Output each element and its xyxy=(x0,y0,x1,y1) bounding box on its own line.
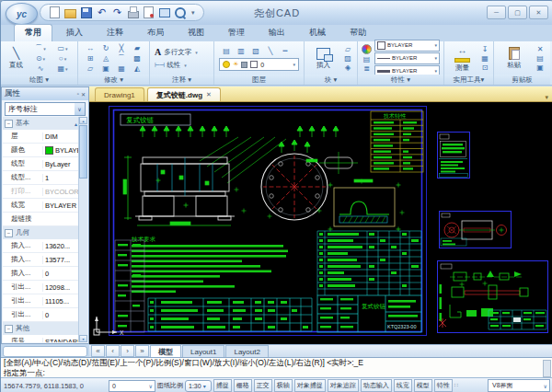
explode-tool-icon[interactable]: ◭ xyxy=(134,63,140,74)
document-tab-active[interactable]: 复式铰链.dwg ✕ xyxy=(147,87,221,101)
array-tool-icon[interactable]: ▦ xyxy=(118,63,125,74)
section-general[interactable]: − 基本 ▴ xyxy=(3,117,79,130)
toggle-properties[interactable]: 特性 xyxy=(434,379,453,392)
document-tab-drawing1[interactable]: Drawing1 xyxy=(95,87,144,101)
point-tool-icon[interactable]: ↧ xyxy=(482,45,489,53)
drawing-canvas[interactable]: 复式铰链 xyxy=(89,102,552,344)
command-resize-grip[interactable] xyxy=(543,360,551,377)
linetype-list-icon[interactable]: ▤ xyxy=(363,55,371,63)
copy-tool-icon[interactable]: ⊞ xyxy=(87,53,94,63)
prop-row-leader-x[interactable]: 引出...12098... xyxy=(3,281,79,294)
layer-linetype-icon[interactable]: ┅ xyxy=(283,46,288,56)
scroll-up-icon[interactable]: ▴ xyxy=(79,117,87,124)
rectangle-tool-icon[interactable]: ▭▾ xyxy=(57,43,67,53)
section-geometry[interactable]: − 几何 xyxy=(3,226,79,239)
group-label-clipboard[interactable]: 剪贴板 xyxy=(494,75,550,85)
ui-mode-combo[interactable]: V8界面 ∨ xyxy=(488,379,550,392)
hatch-tool-icon[interactable]: ▦▾ xyxy=(57,63,67,74)
fillet-tool-icon[interactable]: ⌒ xyxy=(118,53,125,63)
group-label-block[interactable]: 块 ▾ xyxy=(305,75,357,85)
palette-close-icon[interactable]: ✕ xyxy=(81,91,86,98)
toggle-polar[interactable]: 极轴 xyxy=(274,379,293,392)
first-layout-icon[interactable]: « xyxy=(91,345,105,357)
stretch-tool-icon[interactable]: ▱ xyxy=(87,63,93,74)
properties-palette-header[interactable]: 属性 ▫ ✕ xyxy=(2,87,88,100)
prop-row-insert-z[interactable]: 插入...0 xyxy=(3,267,79,281)
palette-footer-field[interactable] xyxy=(3,346,87,357)
prop-row-color[interactable]: 颜色BYLAYER xyxy=(3,144,79,157)
last-layout-icon[interactable]: » xyxy=(135,345,149,357)
linear-dim-button[interactable]: ⊢⊣ 线性 ▾ xyxy=(155,59,187,72)
next-layout-icon[interactable]: › xyxy=(121,345,134,357)
ribbon-tab-insert[interactable]: 插入 xyxy=(56,25,93,41)
group-label-layers[interactable]: 图层 xyxy=(214,75,304,85)
linetype-combo[interactable]: BYLAYER ▾ xyxy=(374,52,440,64)
measure-button[interactable]: ↔ 测量 xyxy=(449,44,476,73)
layout-tab-layout2[interactable]: Layout2 xyxy=(225,345,268,357)
paste-button[interactable]: 粘贴 xyxy=(500,47,527,70)
section-chevron-icon[interactable]: ▴ xyxy=(75,121,77,127)
toggle-otrack[interactable]: 对象追踪 xyxy=(328,379,359,392)
scale-combo[interactable]: 1:30 ▾ xyxy=(185,380,212,392)
publish-icon[interactable] xyxy=(158,6,170,18)
prop-row-insert-y[interactable]: 插入...13577... xyxy=(3,253,79,267)
minimize-button[interactable]: ─ xyxy=(487,6,506,19)
calculator-icon[interactable]: ▦ xyxy=(481,54,489,63)
close-button[interactable]: ✕ xyxy=(529,6,548,19)
lineweight-list-icon[interactable]: ≣ xyxy=(363,64,370,73)
mirror-tool-icon[interactable]: ◬ xyxy=(103,53,109,63)
maximize-button[interactable]: ▢ xyxy=(508,6,527,19)
layout-tab-model[interactable]: 模型 xyxy=(150,345,181,357)
arc-tool-icon[interactable]: ⌒▾ xyxy=(35,43,46,53)
toggle-dyn-input[interactable]: 动态输入 xyxy=(361,379,392,392)
collapse-icon[interactable]: − xyxy=(5,325,13,333)
object-color-combo[interactable]: BYLAYER ▾ xyxy=(374,40,440,52)
section-misc[interactable]: − 其他 xyxy=(3,322,79,335)
ribbon-tab-home[interactable]: 常用 xyxy=(14,24,52,41)
copy-clip-icon[interactable]: ▤ xyxy=(536,54,544,63)
group-label-annotate[interactable]: 注释 ▾ xyxy=(150,75,213,85)
prop-row-plotstyle[interactable]: 打印...BYCOLOR xyxy=(3,185,79,199)
prop-row-layer[interactable]: 层DIM xyxy=(3,130,79,144)
prop-row-hyperlink[interactable]: 超链接 xyxy=(3,213,79,226)
palette-pin-icon[interactable]: ▫ xyxy=(77,91,79,97)
open-file-icon[interactable] xyxy=(64,6,76,18)
create-block-icon[interactable]: ▱ xyxy=(345,45,351,53)
new-file-icon[interactable] xyxy=(49,6,61,18)
prop-row-linetype[interactable]: 线型ByLayer xyxy=(3,157,79,171)
prop-row-insert-x[interactable]: 插入...13620... xyxy=(3,239,79,253)
layer-states-icon[interactable]: ▥ xyxy=(237,46,245,56)
scale-tool-icon[interactable]: ▣ xyxy=(102,63,109,74)
erase-tool-icon[interactable]: ▰ xyxy=(134,43,140,53)
app-logo[interactable]: yc xyxy=(6,3,38,25)
prop-row-leader-y[interactable]: 引出...11105... xyxy=(3,294,79,308)
collapse-icon[interactable]: − xyxy=(5,120,13,128)
ribbon-tab-help[interactable]: 帮助 xyxy=(339,25,376,41)
group-label-draw[interactable]: 绘图 ▾ xyxy=(1,75,77,85)
toggle-lineweight[interactable]: 线宽 xyxy=(394,379,412,392)
object-type-selector[interactable]: 序号标注 ∨ xyxy=(5,102,86,116)
block-attr-icon[interactable]: ◈ xyxy=(345,63,351,72)
cut-icon[interactable]: ✕ xyxy=(537,45,544,53)
plot-preview-icon[interactable] xyxy=(143,6,155,18)
group-label-utility[interactable]: 实用工具▾ xyxy=(444,75,493,85)
color-wheel-icon[interactable] xyxy=(362,44,372,54)
tab-overflow-icon[interactable]: ▾ xyxy=(545,94,548,101)
ribbon-tab-output[interactable]: 输出 xyxy=(259,25,295,41)
spline-tool-icon[interactable]: ∿ xyxy=(38,63,44,74)
move-tool-icon[interactable]: ↔ xyxy=(86,43,94,53)
collapse-icon[interactable]: − xyxy=(5,229,13,237)
toggle-grid[interactable]: 栅格 xyxy=(234,379,252,392)
palette-scrollbar[interactable]: ▴ ▾ xyxy=(78,117,87,342)
trim-tool-icon[interactable]: ╳ xyxy=(120,43,124,53)
offset-tool-icon[interactable]: ▩ xyxy=(133,53,141,63)
undo-icon[interactable]: ↶ xyxy=(96,6,108,18)
ribbon-tab-annotate[interactable]: 注释 xyxy=(97,25,133,41)
prop-row-lineweight[interactable]: 线宽BYLAYER xyxy=(3,199,79,213)
tab-close-icon[interactable]: ✕ xyxy=(206,91,212,98)
print-icon[interactable] xyxy=(127,6,139,18)
line-button[interactable]: ╲ 直线 xyxy=(3,48,29,70)
ribbon-tab-manage[interactable]: 管理 xyxy=(218,25,255,41)
layer-match-icon[interactable]: ╲ xyxy=(269,46,273,56)
save-icon[interactable] xyxy=(80,6,92,18)
